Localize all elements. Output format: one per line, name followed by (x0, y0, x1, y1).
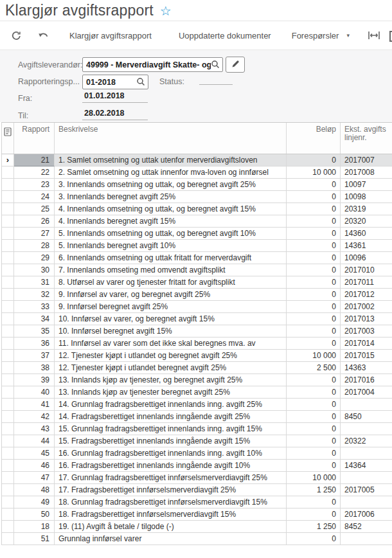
prepare-tax-report-button[interactable]: Klargjør avgiftsrapport (69, 31, 152, 40)
cell-rapport[interactable]: 39 (14, 374, 55, 386)
cell-belop[interactable]: 0 (287, 301, 341, 312)
inquiries-dropdown[interactable]: Forespørsler ▾ (292, 31, 350, 40)
cell-beskrivelse[interactable]: 7. Innenlands omseting med omvendt avgif… (55, 264, 287, 276)
cell-belop[interactable]: 0 (287, 399, 341, 410)
cell-rapport[interactable]: 28 (14, 240, 55, 251)
cell-rapport[interactable]: 42 (14, 411, 55, 422)
row-selector-cell[interactable] (2, 362, 14, 374)
table-row[interactable]: 3410. Innførsel av varer, og beregnet av… (1, 313, 392, 325)
cell-ekst-avgiftslinjenr[interactable]: 2017010 (341, 264, 392, 276)
cell-rapport[interactable]: 36 (14, 338, 55, 349)
cell-belop[interactable]: 0 (287, 386, 341, 398)
table-row[interactable]: 4717. Grunnlag fradragsberettiget innfør… (1, 472, 392, 484)
cell-beskrivelse[interactable]: 16. Fradragsberettiget innenlands inngåe… (55, 460, 287, 471)
cell-rapport[interactable]: 48 (14, 484, 55, 496)
row-selector-cell[interactable] (2, 472, 14, 483)
cell-belop[interactable]: 0 (287, 411, 341, 422)
row-selector-cell[interactable] (2, 191, 14, 203)
cell-ekst-avgiftslinjenr[interactable] (341, 496, 392, 508)
refresh-button[interactable] (8, 28, 24, 44)
cell-ekst-avgiftslinjenr[interactable]: 2017003 (341, 325, 392, 337)
cell-ekst-avgiftslinjenr[interactable] (341, 399, 392, 410)
table-row[interactable]: ›211. Samlet omsetning og uttak utenfor … (1, 154, 392, 166)
cell-beskrivelse[interactable]: 12. Tjenester kjøpt i utlandet beregnet … (55, 362, 287, 374)
table-row[interactable]: 4214. Fradragsberettiget innenlands inng… (1, 411, 392, 423)
cell-rapport[interactable]: 34 (14, 313, 55, 325)
cell-belop[interactable]: 0 (287, 313, 341, 325)
cell-rapport[interactable]: 33 (14, 301, 55, 312)
row-selector-cell[interactable] (2, 447, 14, 459)
cell-beskrivelse[interactable]: 2. Samlet omsetning og uttak innenfor mv… (55, 166, 287, 178)
cell-belop[interactable]: 0 (287, 533, 341, 544)
row-selector-cell[interactable] (2, 252, 14, 264)
cell-rapport[interactable]: 41 (14, 399, 55, 410)
cell-rapport[interactable]: 49 (14, 496, 55, 508)
cell-rapport[interactable]: 30 (14, 264, 55, 276)
row-selector-cell[interactable] (2, 166, 14, 178)
cell-belop[interactable]: 10 000 (287, 472, 341, 483)
cell-rapport[interactable]: 38 (14, 362, 55, 374)
row-selector-cell[interactable] (2, 484, 14, 496)
period-search-icon[interactable] (136, 77, 145, 86)
cell-ekst-avgiftslinjenr[interactable]: 2017004 (341, 386, 392, 398)
table-row[interactable]: 329. Innførsel av varer, og beregnet avg… (1, 289, 392, 301)
cell-beskrivelse[interactable]: 10. Innførsel beregnet avgift 15% (55, 325, 287, 337)
cell-beskrivelse[interactable]: 13. Innlands kjøp av tjenester, og bereg… (55, 374, 287, 386)
cell-belop[interactable]: 10 000 (287, 350, 341, 361)
cell-belop[interactable]: 0 (287, 276, 341, 288)
cell-ekst-avgiftslinjenr[interactable]: 14364 (341, 460, 392, 471)
cell-belop[interactable]: 0 (287, 447, 341, 459)
row-selector-cell[interactable] (2, 289, 14, 300)
edit-tax-agency-button[interactable] (226, 57, 245, 73)
row-selector-cell[interactable] (2, 350, 14, 361)
cell-ekst-avgiftslinjenr[interactable]: 2017011 (341, 276, 392, 288)
cell-beskrivelse[interactable]: 16. Grunnlag fradragsberettiget innenlan… (55, 447, 287, 459)
cell-beskrivelse[interactable]: 14. Grunnlag fradragsberettiget innenlan… (55, 399, 287, 410)
table-row[interactable]: 339. Innførsel beregnet avgift 25%020170… (1, 301, 392, 313)
cell-beskrivelse[interactable]: 17. Fradragsberettiget innførselsmerverd… (55, 484, 287, 496)
row-selector-cell[interactable] (2, 203, 14, 215)
cell-beskrivelse[interactable]: 5. Innenlands omsetning og uttak, og ber… (55, 228, 287, 239)
table-row[interactable]: 1819. (11) Avgift å betale / tilgode (-)… (1, 521, 392, 533)
cell-ekst-avgiftslinjenr[interactable]: 10097 (341, 179, 392, 190)
row-selector-cell[interactable] (2, 423, 14, 435)
cell-belop[interactable]: 0 (287, 325, 341, 337)
cell-beskrivelse[interactable]: 12. Tjenester kjøpt i utlandet og beregn… (55, 350, 287, 361)
cell-ekst-avgiftslinjenr[interactable]: 10098 (341, 191, 392, 203)
table-row[interactable]: 4013. Innlands kjøp av tjenester beregne… (1, 386, 392, 399)
row-selector-cell[interactable] (2, 386, 14, 398)
cell-beskrivelse[interactable]: 3. Innenlands omsetning og uttak, og ber… (55, 179, 287, 190)
cell-beskrivelse[interactable]: 4. Innenlands omsetning og uttak, og ber… (55, 203, 287, 215)
cell-beskrivelse[interactable]: 19. (11) Avgift å betale / tilgode (-) (55, 521, 287, 532)
table-row[interactable]: 4315. Grunnlag fradragsberettiget innenl… (1, 423, 392, 435)
cell-rapport[interactable]: 24 (14, 191, 55, 203)
row-selector-cell[interactable]: › (2, 154, 14, 166)
cell-beskrivelse[interactable]: 15. Grunnlag fradragsberettiget innenlan… (55, 423, 287, 435)
row-selector-cell[interactable] (2, 435, 14, 447)
row-selector-cell[interactable] (2, 313, 14, 325)
cell-belop[interactable]: 0 (287, 203, 341, 215)
cell-ekst-avgiftslinjenr[interactable] (341, 447, 392, 459)
cell-beskrivelse[interactable]: 10. Innførsel av varer, og beregnet avgi… (55, 313, 287, 325)
cell-rapport[interactable]: 25 (14, 203, 55, 215)
table-row[interactable]: 285. Innenlands beregnet avgift 10%01436… (1, 240, 392, 252)
tax-agency-input[interactable] (82, 57, 223, 72)
cell-rapport[interactable]: 23 (14, 179, 55, 190)
cell-belop[interactable]: 0 (287, 191, 341, 203)
cell-beskrivelse[interactable]: Grunnlag innførsel varer (55, 533, 287, 544)
cell-rapport[interactable]: 51 (14, 533, 55, 544)
cell-rapport[interactable]: 37 (14, 350, 55, 361)
row-selector-cell[interactable] (2, 521, 14, 532)
cell-ekst-avgiftslinjenr[interactable]: 2017015 (341, 350, 392, 361)
cell-belop[interactable]: 2 500 (287, 362, 341, 374)
status-field[interactable] (199, 73, 233, 85)
table-row[interactable]: 4817. Fradragsberettiget innførselsmerve… (1, 484, 392, 496)
cell-belop[interactable]: 1 250 (287, 484, 341, 496)
cell-belop[interactable]: 0 (287, 289, 341, 300)
table-row[interactable]: 4114. Grunnlag fradragsberettiget innenl… (1, 399, 392, 411)
cell-rapport[interactable]: 43 (14, 423, 55, 435)
cell-belop[interactable]: 0 (287, 228, 341, 239)
table-row[interactable]: 254. Innenlands omsetning og uttak, og b… (1, 203, 392, 215)
cell-ekst-avgiftslinjenr[interactable]: 8450 (341, 411, 392, 422)
fit-width-button[interactable] (365, 28, 383, 43)
